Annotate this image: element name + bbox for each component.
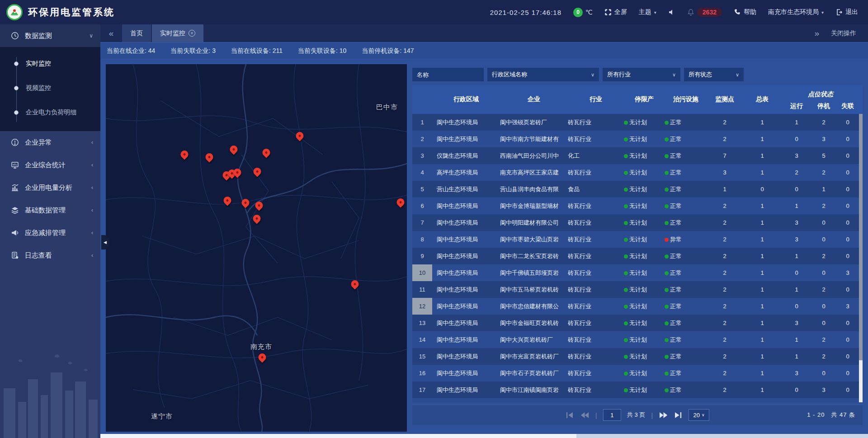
header-cell-6[interactable]: 监测点 bbox=[707, 85, 742, 114]
company-cell[interactable]: 阆中强锐页岩砖厂 bbox=[500, 118, 568, 127]
speaker-button[interactable] bbox=[668, 9, 675, 16]
notifications[interactable]: 2632 bbox=[687, 8, 722, 17]
row-index-cell[interactable]: 1 bbox=[412, 114, 432, 131]
next-page-button[interactable] bbox=[659, 411, 668, 419]
sidebar-item-2[interactable]: 企业异常‹ bbox=[0, 131, 100, 154]
table-row[interactable]: 5营山生态环境局营山县润丰肉食品有限食品无计划正常10010 bbox=[412, 181, 863, 198]
table-vertical-scrollbar[interactable] bbox=[859, 114, 863, 402]
company-cell[interactable]: 西南油气田分公司川中 bbox=[500, 152, 568, 160]
row-index-cell[interactable]: 3 bbox=[412, 147, 432, 164]
submenu-item-2[interactable]: 视频监控 bbox=[0, 76, 100, 100]
fullscreen-button[interactable]: 全屏 bbox=[604, 8, 627, 16]
row-index-cell[interactable]: 17 bbox=[412, 381, 432, 398]
table-row[interactable]: 7阆中生态环境局阆中明阳建材有限公司砖瓦行业无计划正常21300 bbox=[412, 214, 863, 231]
page-horizontal-scrollbar[interactable] bbox=[100, 434, 868, 438]
row-index-cell[interactable]: 13 bbox=[412, 315, 432, 331]
company-cell[interactable]: 阆中市南方节能建材有 bbox=[500, 135, 568, 143]
row-index-cell[interactable]: 15 bbox=[412, 348, 432, 365]
last-page-button[interactable] bbox=[674, 411, 683, 419]
tabs-scroll-right-button[interactable]: » bbox=[814, 28, 819, 38]
previous-page-button[interactable] bbox=[580, 411, 590, 419]
page-number-input[interactable] bbox=[603, 409, 621, 421]
row-index-cell[interactable]: 5 bbox=[412, 181, 432, 198]
close-operations-button[interactable]: 关闭操作 bbox=[831, 29, 856, 38]
row-index-cell[interactable]: 7 bbox=[412, 214, 432, 231]
row-index-cell[interactable]: 4 bbox=[412, 164, 432, 181]
company-cell[interactable]: 阆中市枣碧大梁山页岩 bbox=[500, 235, 568, 244]
tab-close-icon[interactable]: × bbox=[189, 30, 195, 37]
table-row[interactable]: 14阆中生态环境局阆中大兴页岩机砖厂砖瓦行业无计划正常21120 bbox=[412, 331, 863, 348]
company-cell[interactable]: 阆中市五马桥页岩机砖 bbox=[500, 286, 568, 294]
table-row[interactable]: 11阆中生态环境局阆中市五马桥页岩机砖砖瓦行业无计划正常21120 bbox=[412, 281, 863, 298]
row-index-cell[interactable]: 11 bbox=[412, 281, 432, 298]
industry-select[interactable]: 所有行业 ∨ bbox=[603, 68, 680, 81]
row-index-cell[interactable]: 18 bbox=[412, 398, 432, 402]
org-dropdown[interactable]: 南充市生态环境局 ▾ bbox=[768, 8, 824, 16]
table-row[interactable]: 13阆中生态环境局阆中市金福旺页岩机砖砖瓦行业无计划正常21300 bbox=[412, 315, 863, 331]
sidebar-item-7[interactable]: 日志查看‹ bbox=[0, 244, 100, 267]
sidebar-item-4[interactable]: 企业用电量分析‹ bbox=[0, 176, 100, 199]
map-panel[interactable]: 巴中市南充市遂宁市 bbox=[106, 64, 407, 432]
company-cell[interactable]: 阆中市二龙长宝页岩砖 bbox=[500, 252, 568, 260]
theme-dropdown[interactable]: 主题 ▾ bbox=[639, 8, 656, 16]
row-index-cell[interactable]: 9 bbox=[412, 248, 432, 264]
sidebar-item-5[interactable]: 基础数据管理‹ bbox=[0, 199, 100, 221]
company-cell[interactable]: 阆中市金博瑞新型墙材 bbox=[500, 202, 568, 210]
table-row[interactable]: 9阆中生态环境局阆中市二龙长宝页岩砖砖瓦行业无计划正常21120 bbox=[412, 248, 863, 264]
row-index-cell[interactable]: 16 bbox=[412, 365, 432, 381]
company-cell[interactable]: 阆中千佛镇五郎垭页岩 bbox=[500, 269, 568, 277]
scrollbar-thumb[interactable] bbox=[100, 434, 576, 438]
company-cell[interactable]: 南充市高坪区王家店建 bbox=[500, 169, 568, 177]
header-cell-4[interactable]: 停限产 bbox=[624, 85, 665, 114]
table-row[interactable]: 12阆中生态环境局阆中市忠信建材有限公砖瓦行业无计划正常21003 bbox=[412, 298, 863, 315]
company-cell[interactable]: 阆中明阳建材有限公司 bbox=[500, 219, 568, 227]
subheader-停机[interactable]: 停机 bbox=[811, 102, 836, 110]
table-row[interactable]: 8阆中生态环境局阆中市枣碧大梁山页岩砖瓦行业无计划异常21300 bbox=[412, 231, 863, 248]
header-cell-1[interactable]: 行政区域 bbox=[432, 85, 500, 114]
row-index-cell[interactable]: 12 bbox=[412, 298, 432, 315]
name-search-input-box[interactable] bbox=[412, 68, 484, 81]
table-row[interactable]: 3仪陇生态环境局西南油气田分公司川中化工无计划正常71350 bbox=[412, 147, 863, 164]
header-cell-2[interactable]: 企业 bbox=[500, 85, 568, 114]
company-cell[interactable]: 阆中市光富页岩机砖厂 bbox=[500, 353, 568, 361]
sidebar-item-1[interactable]: 数据监测∨ bbox=[0, 24, 100, 47]
table-row[interactable]: 18南部生态环境局南部县双华页岩有限公砖瓦行业无计划正常21030 bbox=[412, 398, 863, 402]
company-cell[interactable]: 阆中市金福旺页岩机砖 bbox=[500, 319, 568, 327]
subheader-失联[interactable]: 失联 bbox=[836, 102, 859, 110]
table-row[interactable]: 16阆中生态环境局阆中市石子页岩机砖厂砖瓦行业无计划正常21300 bbox=[412, 365, 863, 381]
row-index-cell[interactable]: 2 bbox=[412, 131, 432, 147]
help-button[interactable]: 帮助 bbox=[734, 8, 756, 16]
row-index-cell[interactable]: 8 bbox=[412, 231, 432, 248]
table-row[interactable]: 10阆中生态环境局阆中千佛镇五郎垭页岩砖瓦行业无计划正常21003 bbox=[412, 264, 863, 281]
table-row[interactable]: 6阆中生态环境局阆中市金博瑞新型墙材砖瓦行业无计划正常21120 bbox=[412, 198, 863, 214]
table-row[interactable]: 15阆中生态环境局阆中市光富页岩机砖厂砖瓦行业无计划正常21120 bbox=[412, 348, 863, 365]
tab-首页[interactable]: 首页 bbox=[122, 24, 151, 42]
company-cell[interactable]: 营山县润丰肉食品有限 bbox=[500, 185, 568, 193]
header-cell-5[interactable]: 治污设施 bbox=[665, 85, 707, 114]
table-row[interactable]: 2阆中生态环境局阆中市南方节能建材有砖瓦行业无计划正常21030 bbox=[412, 131, 863, 147]
page-size-select[interactable]: 20 ∨ bbox=[689, 409, 709, 421]
row-index-cell[interactable]: 14 bbox=[412, 331, 432, 348]
company-cell[interactable]: 阆中市石子页岩机砖厂 bbox=[500, 369, 568, 377]
scrollbar-thumb[interactable] bbox=[859, 114, 863, 360]
region-select[interactable]: 行政区域名称 ∨ bbox=[487, 68, 599, 81]
status-select[interactable]: 所有状态 ∨ bbox=[684, 68, 744, 81]
submenu-item-3[interactable]: 企业电力负荷明细 bbox=[0, 100, 100, 125]
table-row[interactable]: 4高坪生态环境局南充市高坪区王家店建砖瓦行业无计划正常31220 bbox=[412, 164, 863, 181]
subheader-运行[interactable]: 运行 bbox=[782, 102, 811, 110]
submenu-item-1[interactable]: 实时监控 bbox=[0, 52, 100, 76]
table-row[interactable]: 17阆中生态环境局阆中市江南镇阆南页岩砖瓦行业无计划正常21030 bbox=[412, 381, 863, 398]
first-page-button[interactable] bbox=[566, 411, 575, 419]
company-cell[interactable]: 阆中市忠信建材有限公 bbox=[500, 302, 568, 311]
tabs-scroll-left-button[interactable]: « bbox=[100, 24, 122, 42]
company-cell[interactable]: 阆中市江南镇阆南页岩 bbox=[500, 386, 568, 394]
sidebar-item-6[interactable]: 应急减排管理‹ bbox=[0, 221, 100, 244]
row-index-cell[interactable]: 6 bbox=[412, 198, 432, 214]
header-cell-3[interactable]: 行业 bbox=[568, 85, 624, 114]
logout-button[interactable]: 退出 bbox=[835, 8, 858, 16]
sidebar-collapse-button[interactable]: ◀ bbox=[101, 235, 109, 250]
header-cell-7[interactable]: 总表 bbox=[742, 85, 782, 114]
tab-实时监控[interactable]: 实时监控× bbox=[152, 24, 203, 42]
company-cell[interactable]: 阆中大兴页岩机砖厂 bbox=[500, 336, 568, 344]
table-row[interactable]: 1阆中生态环境局阆中强锐页岩砖厂砖瓦行业无计划正常21120 bbox=[412, 114, 863, 131]
